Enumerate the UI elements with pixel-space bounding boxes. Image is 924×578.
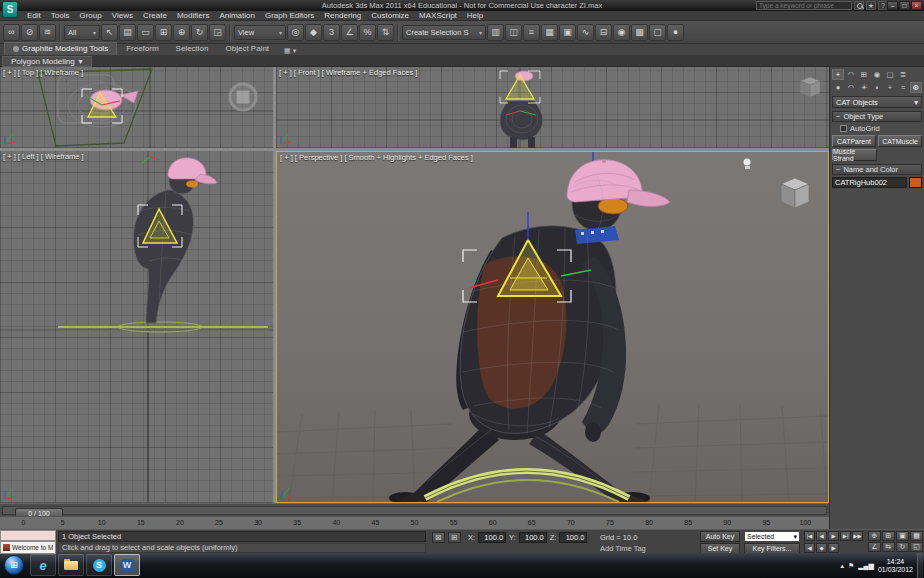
time-slider-track[interactable]: 0 / 100: [2, 506, 827, 515]
internet-explorer-icon[interactable]: e: [30, 554, 56, 576]
space-warps-icon[interactable]: ≈: [897, 82, 909, 93]
render-production-icon[interactable]: ●: [667, 24, 684, 41]
autogrid-checkbox[interactable]: [840, 125, 847, 132]
cameras-icon[interactable]: ◗: [871, 82, 883, 93]
ribbon-tab-object-paint[interactable]: Object Paint: [218, 43, 278, 55]
menu-item[interactable]: Tools: [46, 11, 75, 21]
go-to-start-icon[interactable]: |◀: [804, 531, 815, 541]
viewport-perspective-label[interactable]: [ + ] [ Perspective ] [ Smooth + Highlig…: [280, 153, 473, 162]
viewport-top-label[interactable]: [ + ] [ Top ] [ Wireframe ]: [3, 68, 83, 77]
select-and-link-icon[interactable]: ∞: [3, 24, 20, 41]
hierarchy-tab-icon[interactable]: ⊞: [858, 69, 870, 80]
show-desktop-button[interactable]: [917, 553, 923, 578]
select-and-rotate-icon[interactable]: ↻: [191, 24, 208, 41]
absolute-mode-icon[interactable]: ⊞: [448, 532, 461, 543]
menu-item[interactable]: Group: [74, 11, 106, 21]
ribbon-tab-selection[interactable]: Selection: [168, 43, 217, 55]
viewport-perspective-canvas[interactable]: [277, 152, 828, 502]
utilities-tab-icon[interactable]: ≣: [897, 69, 909, 80]
time-slider[interactable]: 0 / 100: [0, 503, 829, 516]
maxscript-mini-listener[interactable]: [0, 530, 56, 541]
zoom-icon[interactable]: ⊕: [868, 531, 881, 541]
ribbon-minimize-icon[interactable]: ▾: [293, 47, 297, 55]
lights-icon[interactable]: ☀: [858, 82, 870, 93]
next-key-icon[interactable]: ▶: [828, 543, 839, 553]
taskbar-clock[interactable]: 14:24 01/03/2012: [878, 558, 913, 574]
menu-item[interactable]: MAXScript: [414, 11, 462, 21]
selection-filter-dropdown[interactable]: All ▾: [64, 25, 100, 40]
viewport-top-canvas[interactable]: [0, 67, 273, 148]
viewcube[interactable]: [800, 77, 820, 97]
welcome-window[interactable]: Welcome to M...: [0, 541, 56, 554]
object-category-dropdown[interactable]: CAT Objects ▾: [832, 96, 922, 108]
track-bar[interactable]: 0510152025303540455055606570758085909510…: [0, 516, 829, 529]
zoom-all-icon[interactable]: ⊞: [882, 531, 895, 541]
rectangular-selection-icon[interactable]: ▭: [137, 24, 154, 41]
ribbon-tab-graphite[interactable]: Graphite Modeling Tools: [4, 42, 117, 55]
menu-item[interactable]: Customize: [366, 11, 414, 21]
previous-key-icon[interactable]: ◀: [804, 543, 815, 553]
motion-tab-icon[interactable]: ◉: [871, 69, 883, 80]
ribbon-options-icon[interactable]: ▦: [284, 47, 291, 55]
next-frame-icon[interactable]: ▶|: [840, 531, 851, 541]
ground-platform[interactable]: [58, 322, 268, 332]
menu-item[interactable]: Modifiers: [172, 11, 214, 21]
pan-icon[interactable]: ⇆: [882, 542, 895, 552]
viewcube[interactable]: [781, 178, 809, 208]
network-icon[interactable]: ▂▄▆: [858, 562, 874, 570]
align-icon[interactable]: ≡: [523, 24, 540, 41]
percent-snap-icon[interactable]: %: [359, 24, 376, 41]
z-coordinate-input[interactable]: 100.0: [559, 532, 587, 543]
orbit-icon[interactable]: ↻: [896, 542, 909, 552]
viewport-front-label[interactable]: [ + ] [ Front ] [ Wireframe + Edged Face…: [279, 68, 417, 77]
menu-item[interactable]: Edit: [22, 11, 46, 21]
infocenter-search-input[interactable]: [756, 1, 852, 10]
viewport-left-canvas[interactable]: [0, 151, 273, 503]
schematic-view-icon[interactable]: ⊟: [595, 24, 612, 41]
play-icon[interactable]: ▶: [828, 531, 839, 541]
mirror-icon[interactable]: ◫: [505, 24, 522, 41]
tab-polygon-modeling[interactable]: Polygon Modeling ▾: [2, 56, 92, 67]
unlink-selection-icon[interactable]: ⊘: [21, 24, 38, 41]
skype-icon[interactable]: S: [86, 554, 112, 576]
spinner-snap-icon[interactable]: ⇅: [377, 24, 394, 41]
go-to-end-icon[interactable]: ▶▶: [852, 531, 863, 541]
menu-item[interactable]: Views: [107, 11, 138, 21]
viewport-left-label[interactable]: [ + ] [ Left ] [ Wireframe ]: [3, 152, 84, 161]
viewcube-compass[interactable]: [230, 84, 256, 110]
curve-editor-icon[interactable]: ∿: [577, 24, 594, 41]
modify-tab-icon[interactable]: ◠: [845, 69, 857, 80]
graphite-ribbon-icon[interactable]: ▣: [559, 24, 576, 41]
material-editor-icon[interactable]: ◉: [613, 24, 630, 41]
display-tab-icon[interactable]: ▢: [884, 69, 896, 80]
key-mode-dropdown[interactable]: Selected ▾: [744, 531, 800, 542]
menu-item[interactable]: Help: [462, 11, 488, 21]
selection-lock-icon[interactable]: ⊠: [432, 532, 445, 543]
ribbon-tab-freeform[interactable]: Freeform: [118, 43, 166, 55]
object-name-field[interactable]: CATRigHub002: [832, 177, 907, 188]
maximize-viewport-icon[interactable]: ◱: [910, 542, 923, 552]
systems-icon[interactable]: ⊛: [910, 82, 922, 93]
object-type-rollout[interactable]: − Object Type: [832, 111, 922, 122]
maximize-button[interactable]: □: [899, 1, 910, 10]
helpers-icon[interactable]: +: [884, 82, 896, 93]
layer-manager-icon[interactable]: ▦: [541, 24, 558, 41]
edit-selection-sets-icon[interactable]: ▥: [487, 24, 504, 41]
shapes-icon[interactable]: ◠: [845, 82, 857, 93]
viewport-left[interactable]: [ + ] [ Left ] [ Wireframe ]: [0, 151, 273, 503]
zoom-extents-all-icon[interactable]: ▦: [910, 531, 923, 541]
viewport-top[interactable]: [ + ] [ Top ] [ Wireframe ]: [0, 67, 273, 148]
previous-frame-icon[interactable]: ◀: [816, 531, 827, 541]
viewport-front[interactable]: [ + ] [ Front ] [ Wireframe + Edged Face…: [276, 67, 829, 148]
geometry-icon[interactable]: ●: [832, 82, 844, 93]
rendered-frame-icon[interactable]: ▢: [649, 24, 666, 41]
catparent-button[interactable]: CATParent: [832, 135, 876, 147]
windows-explorer-icon[interactable]: [58, 554, 84, 576]
key-mode-toggle-icon[interactable]: ◆: [816, 543, 827, 553]
named-selection-sets-dropdown[interactable]: Create Selection S ▾: [402, 25, 486, 40]
angle-snap-icon[interactable]: ∠: [341, 24, 358, 41]
search-icon[interactable]: [854, 1, 864, 10]
menu-item[interactable]: Animation: [214, 11, 260, 21]
name-color-rollout[interactable]: − Name and Color: [832, 164, 922, 175]
minimize-button[interactable]: –: [887, 1, 898, 10]
